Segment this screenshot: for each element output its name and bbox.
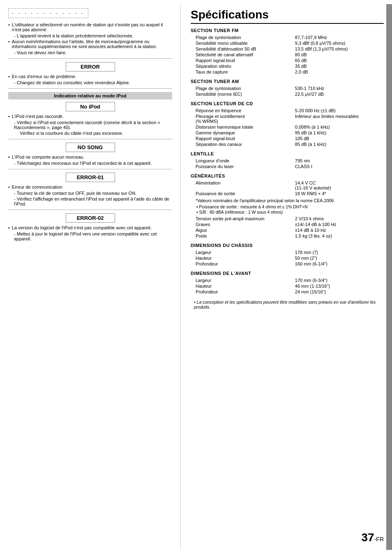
table-row: Plage de syntonisation 87,7-107,9 MHz [191,35,384,40]
spec-value: 9,3 dBf (0,8 μV/75 ohms) [295,40,384,46]
sub-item: Changez de station ou consultez votre re… [8,80,172,85]
list-item: • La version du logiciel de l'iPod n'est… [8,225,172,230]
spec-value: 35 dB [295,63,384,69]
table-row: Tension sortie pré-ampli maximum 2 V/10 … [191,216,384,222]
section-cd-title: SECTION LECTEUR DE CD [191,101,384,106]
spec-value: ±14 dB à 10 Hz [295,227,384,233]
spec-label: Séparation des canaux [191,141,295,147]
sub-item: Vérifiez si l'iPod est correctement racc… [8,120,172,130]
sub-item: Vérifiez l'affichage en rebranchant l'iP… [8,196,172,206]
table-row: Puissance du laser CLASS I [191,164,384,169]
spec-value: 2,0 dB [295,69,384,75]
no-song-section: • L'iPod ne comporte aucun morceau. Télé… [8,155,172,166]
spec-value: 50 mm (2") [295,255,384,261]
divider [8,58,172,59]
no-song-box-wrapper: NO SONG [8,143,172,152]
error01-section: • Erreur de communication Tournez la clé… [8,185,172,206]
item-text: En cas d'erreur ou de problème. [12,74,76,79]
table-row: Aigus ±14 dB à 10 Hz [191,227,384,233]
spec-label: Sensibilité (norme IEC) [191,91,295,97]
spec-table-chassis: Largeur 178 mm (7) Hauteur 50 mm (2") Pr… [191,249,384,267]
table-row: Puissance de sortie 18 W RMS × 4* [191,191,384,196]
spec-table-gen2: Tension sortie pré-ampli maximum 2 V/10 … [191,216,384,239]
item-text: Erreur de communication [12,185,62,189]
spec-label: Séparation stéréo [191,63,295,69]
table-row: Sensibilité (norme IEC) 22,5 μV/27 dB [191,91,384,97]
list-item: • L'iPod n'est pas raccordé. [8,114,172,119]
bullet-icon: • [8,114,10,119]
sub-item: Tournez la clé de contact sur OFF, puis … [8,191,172,196]
spec-label: Rapport signal-bruit [191,136,295,141]
section-tuner-fm-title: SECTION TUNER FM [191,28,384,33]
error01-box-wrapper: ERROR-01 [8,173,172,182]
bullet-icon: • [8,74,10,79]
table-row: Taux de capture 2,0 dB [191,69,384,75]
table-row: Rapport signal-bruit 65 dB [191,58,384,63]
bullet-icon: • [8,155,10,159]
list-item: • L'iPod ne comporte aucun morceau. [8,155,172,159]
divider [8,210,172,210]
table-row: Sélectivité de canal alternatif 80 dB [191,52,384,58]
spec-label: Poids [191,233,295,239]
section-generalites-title: GÉNÉRALITÉS [191,173,384,178]
spec-label: Plage de syntonisation [191,85,295,91]
spec-label: Largeur [191,249,295,255]
spec-value: 18 W RMS × 4* [295,191,384,196]
spec-label: Sensibilité mono utilisable [191,40,295,46]
page-number-suffix: -FR [374,536,384,542]
ipod-section-header: Indication relative au mode iPod [8,92,172,99]
spec-label: Sélectivité de canal alternatif [191,52,295,58]
bullet-icon: • [8,225,10,230]
spec-value: 95 dB (à 1 kHz) [295,130,384,136]
error02-box-wrapper: ERROR-02 [8,213,172,223]
spec-value: 160 mm (6-1/4") [295,261,384,267]
page-title: Spécifications [191,8,384,24]
spec-label: Tension sortie pré-ampli maximum [191,216,295,222]
spec-bullet-puissance: Puissance de sortie : mesurée à 4 ohms e… [191,204,384,209]
bullet-icon: • [8,185,10,189]
section-lentille-title: LENTILLE [191,151,384,156]
spec-value: 5-20 000 Hz (±1 dB) [295,108,384,113]
table-row: Longueur d'onde 795 nm [191,158,384,164]
spec-value: ±14/-14 dB à 100 Hz [295,222,384,227]
divider [8,139,172,139]
spec-value: 80 dB [295,52,384,58]
table-row: Séparation stéréo 35 dB [191,63,384,69]
spec-label: Gamme dynamique [191,130,295,136]
section1: • L'utilisateur a sélectionné un numéro … [8,22,172,55]
table-row: Hauteur 50 mm (2") [191,255,384,261]
no-ipod-box-wrapper: No iPod [8,102,172,111]
sub-item: Vous ne devez rien faire. [8,50,172,55]
table-row: Pleurage et scintillement(% WRMS) Inféri… [191,113,384,124]
error-section: • En cas d'erreur ou de problème. Change… [8,74,172,85]
sub-item: Mettez à jour le logiciel de l'iPod vers… [8,231,172,241]
table-row: Sensibilité mono utilisable 9,3 dBf (0,8… [191,40,384,46]
sub-item: Téléchargez des morceaux sur l'iPod et r… [8,161,172,166]
spec-note-cea: *Valeurs nominales de l'amplificateur pr… [191,198,384,203]
error-box-wrapper: ERROR [8,62,172,72]
spec-value: 22,5 μV/27 dB [295,91,384,97]
table-row: Graves ±14/-14 dB à 100 Hz [191,222,384,227]
spec-label: Distorsion harmonique totale [191,124,295,130]
page-number-value: 37 [362,531,374,544]
bullet-icon: • [194,300,197,305]
spec-value: 105 dB [295,136,384,141]
list-item: • L'utilisateur a sélectionné un numéro … [8,22,172,32]
spec-label: Plage de syntonisation [191,35,295,40]
spec-value: Inférieur aux limites mesurables [295,113,384,124]
table-row: Poids 1,5 kg (3 lbs. 4 oz) [191,233,384,239]
section-avant-title: DIMENSIONS DE L'AVANT [191,271,384,276]
spec-label: Profondeur [191,289,295,295]
item-text: La version du logiciel de l'iPod n'est p… [12,225,152,230]
table-row: Réponse en fréquence 5-20 000 Hz (±1 dB) [191,108,384,113]
dashed-box: - - - - - - - - - - - - [8,8,88,18]
spec-label: Hauteur [191,255,295,261]
list-item: • Erreur de communication [8,185,172,189]
bullet-icon: • [8,22,10,32]
spec-label: Rapport signal-bruit [191,58,295,63]
spec-label: Puissance du laser [191,164,295,169]
error02-section: • La version du logiciel de l'iPod n'est… [8,225,172,241]
table-row: Sensibilité d'atténuation 50 dB 13,5 dBf… [191,46,384,52]
table-row: Séparation des canaux 85 dB (à 1 kHz) [191,141,384,147]
spec-value: CLASS I [295,164,384,169]
